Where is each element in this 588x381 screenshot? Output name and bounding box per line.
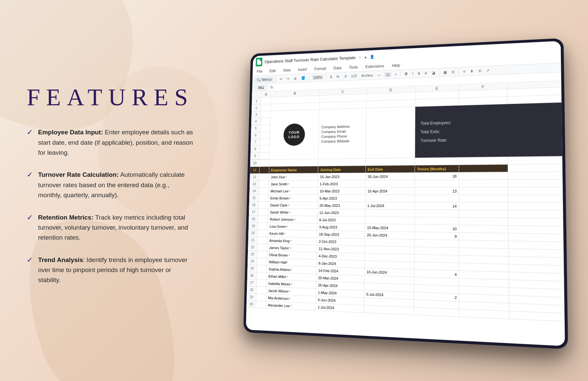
font-size[interactable]: 11 <box>384 72 392 77</box>
cell-23-A[interactable] <box>257 251 267 258</box>
menu-view[interactable]: View <box>282 67 292 73</box>
cell-1-E[interactable] <box>415 91 459 99</box>
cell-17-name[interactable]: Sarah White ▾ <box>268 209 317 216</box>
italic-btn[interactable]: I <box>411 71 415 76</box>
cell-13-F[interactable] <box>459 180 508 187</box>
col-header-employee-name[interactable]: Employee Name <box>269 166 318 173</box>
cell-25-A[interactable] <box>257 265 267 272</box>
cell-17-tenure[interactable] <box>415 210 459 217</box>
dropdown-arrow-21[interactable]: ▾ <box>290 239 291 242</box>
cell-30-joining[interactable]: 1-Jul-2024 <box>316 303 364 312</box>
menu-tools[interactable]: Tools <box>348 64 359 71</box>
cell-26-tenure[interactable] <box>414 277 459 286</box>
dropdown-arrow-26[interactable]: ▾ <box>287 275 288 278</box>
cell-12-A[interactable] <box>259 174 269 180</box>
strikethrough-btn[interactable]: S̶ <box>417 71 422 76</box>
cell-30-F[interactable] <box>459 309 509 319</box>
wrap-btn[interactable]: ⟲ <box>477 68 483 74</box>
cell-20-A[interactable] <box>258 230 268 237</box>
cell-3-A[interactable] <box>261 111 271 118</box>
cell-10-A[interactable] <box>260 160 269 166</box>
cell-2-E[interactable] <box>415 98 459 107</box>
rotate-btn[interactable]: ↗ <box>485 68 491 74</box>
dropdown-arrow-13[interactable]: ▾ <box>288 182 289 185</box>
plus-btn[interactable]: + <box>393 72 398 77</box>
cell-17-A[interactable] <box>259 209 268 215</box>
col-header-joining-date[interactable]: Joining Date <box>318 166 366 173</box>
cell-21-A[interactable] <box>258 237 267 244</box>
menu-file[interactable]: File <box>256 69 264 75</box>
cell-18-tenure[interactable] <box>415 217 459 225</box>
cell-15-joining[interactable]: 5-Apr-2023 <box>318 195 365 202</box>
cell-4-A[interactable] <box>261 118 270 125</box>
cell-19-name[interactable]: Lisa Green ▾ <box>268 223 317 230</box>
dropdown-arrow-19[interactable]: ▾ <box>287 225 288 228</box>
cell-2-C[interactable] <box>319 101 367 109</box>
dropdown-arrow-14[interactable]: ▾ <box>289 189 290 193</box>
cell-9-A[interactable] <box>260 152 270 159</box>
font-color-btn[interactable]: A <box>423 70 428 76</box>
cell-5-A[interactable] <box>261 125 270 132</box>
cell-15-tenure[interactable] <box>415 195 459 202</box>
menu-edit[interactable]: Edit <box>268 68 277 74</box>
cell-21-exit[interactable] <box>365 239 415 247</box>
percent-btn[interactable]: % <box>335 74 341 79</box>
cell-24-name[interactable]: William Hall ▾ <box>267 258 317 266</box>
cell-20-F[interactable] <box>459 233 508 241</box>
print-btn[interactable]: 🖨 <box>292 76 298 81</box>
cell-14-name[interactable]: Michael Lee ▾ <box>269 187 318 194</box>
menu-insert[interactable]: Insert <box>297 67 308 73</box>
dropdown-arrow-28[interactable]: ▾ <box>289 290 290 293</box>
cell-25-exit[interactable]: 10-Jun-2024 <box>364 268 414 277</box>
menu-extensions[interactable]: Extensions <box>364 63 386 70</box>
cell-30-tenure[interactable] <box>414 307 459 317</box>
cell-13-A[interactable] <box>259 180 269 187</box>
toolbar-search[interactable]: 🔍 Menus <box>255 77 273 83</box>
decimal-btn[interactable]: .0 <box>342 74 348 79</box>
cell-23-tenure[interactable] <box>415 254 459 263</box>
cell-10-F[interactable] <box>459 157 508 165</box>
cell-24-tenure[interactable] <box>415 262 459 270</box>
cell-18-F[interactable] <box>459 218 508 225</box>
cell-10-D[interactable] <box>366 158 415 165</box>
cell-12-tenure[interactable]: 18 <box>415 172 459 180</box>
cell-19-tenure[interactable]: 10 <box>415 225 459 232</box>
cell-15-name[interactable]: Emily Brown ▾ <box>268 195 318 202</box>
cell-16-name[interactable]: David Clark ▾ <box>268 202 318 209</box>
dropdown-arrow-18[interactable]: ▾ <box>294 218 295 221</box>
cell-28-A[interactable] <box>257 287 267 294</box>
cell-20-tenure[interactable]: 9 <box>415 232 459 240</box>
dropdown-arrow-30[interactable]: ▾ <box>290 304 292 307</box>
cell-20-joining[interactable]: 18-Sep-2023 <box>317 231 365 238</box>
cell-17-exit[interactable] <box>365 209 415 217</box>
cell-17-joining[interactable]: 12-Jun-2023 <box>317 209 365 216</box>
cell-22-name[interactable]: James Taylor ▾ <box>267 244 317 252</box>
cell-13-joining[interactable]: 1-Feb-2023 <box>318 180 365 187</box>
cell-20-exit[interactable]: 20-Jun-2024 <box>365 231 415 239</box>
cell-12-name[interactable]: John Doe ▾ <box>269 173 318 180</box>
dropdown-arrow-17[interactable]: ▾ <box>289 211 290 214</box>
cell-10-C[interactable] <box>318 159 366 166</box>
cell-11-F[interactable] <box>459 164 508 172</box>
cell-21-name[interactable]: Amanda King ▾ <box>267 237 317 245</box>
cell-30-A[interactable] <box>256 301 266 308</box>
cell-6-A[interactable] <box>260 132 270 139</box>
dropdown-arrow-24[interactable]: ▾ <box>287 261 288 264</box>
cell-13-exit[interactable] <box>365 180 415 187</box>
minus-btn[interactable]: — <box>376 72 382 78</box>
dropdown-arrow-29[interactable]: ▾ <box>289 297 291 300</box>
cell-19-F[interactable] <box>459 225 508 233</box>
cell-23-joining[interactable]: 4-Dec-2023 <box>317 252 365 260</box>
cell-8-A[interactable] <box>260 145 270 152</box>
cell-15-exit[interactable] <box>365 195 415 202</box>
cell-17-F[interactable] <box>459 210 508 218</box>
dropdown-arrow-20[interactable]: ▾ <box>284 232 285 235</box>
cell-10-B[interactable] <box>269 159 318 166</box>
cell-24-exit[interactable] <box>364 261 414 269</box>
cell-2-A[interactable] <box>261 104 271 111</box>
cell-26-A[interactable] <box>257 272 267 279</box>
dropdown-arrow-15[interactable]: ▾ <box>290 197 291 200</box>
menu-format[interactable]: Format <box>313 66 327 72</box>
menu-help[interactable]: Help <box>391 62 401 69</box>
dropdown-arrow-25[interactable]: ▾ <box>291 268 292 271</box>
